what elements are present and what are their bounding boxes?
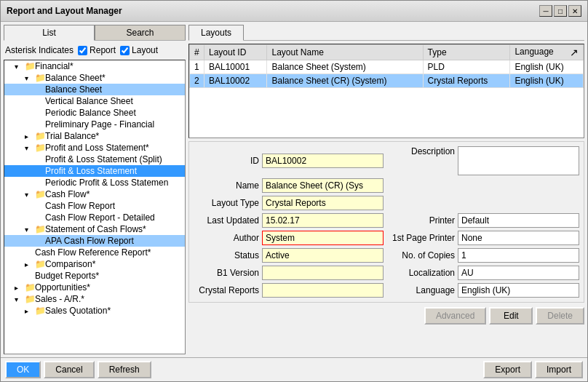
tree-item-sales-quotation[interactable]: ▸ 📁 Sales Quotation* (4, 305, 185, 317)
tree-label: Balance Sheet* (45, 73, 106, 83)
window-title: Report and Layout Manager (7, 6, 122, 16)
close-button[interactable]: ✕ (568, 5, 581, 17)
layout-table-area[interactable]: # Layout ID Layout Name Type Language ↗ … (188, 44, 584, 138)
refresh-button[interactable]: Refresh (98, 361, 151, 378)
cell-id: BAL10001 (204, 60, 267, 74)
form-row-id: ID (194, 146, 384, 175)
form-row-layout-type: Layout Type (194, 196, 384, 210)
tree-item-balance-sheet[interactable]: Balance Sheet (4, 84, 185, 95)
cell-name: Balance Sheet (System) (267, 60, 423, 74)
tree-item-comparison[interactable]: ▸ 📁 Comparison* (4, 258, 185, 270)
tree-item-profit-loss[interactable]: Profit & Loss Statement (4, 165, 185, 177)
tree-item-profit-loss-grp[interactable]: ▾ 📁 Profit and Loss Statement* (4, 142, 185, 154)
asterisk-row: Asterisk Indicates Report Layout (4, 43, 186, 57)
desc-input[interactable] (458, 146, 579, 175)
tree-item-trial-balance[interactable]: ▸ 📁 Trial Balance* (4, 130, 185, 142)
form-row-first-page: 1st Page Printer (389, 231, 579, 245)
table-row-selected[interactable]: 2 BAL10002 Balance Sheet (CR) (System) C… (190, 74, 584, 88)
cancel-button[interactable]: Cancel (44, 361, 94, 378)
form-row-status: Status (194, 248, 384, 263)
minimize-button[interactable]: ─ (539, 5, 552, 17)
copies-input[interactable] (458, 248, 579, 263)
folder-icon: 📁 (25, 282, 35, 293)
tree-item-financial[interactable]: ▾ 📁 Financial* (4, 60, 185, 72)
language-input[interactable] (458, 283, 579, 298)
tree-item-sales-ar[interactable]: ▾ 📁 Sales - A/R.* (4, 293, 185, 305)
tree-item-cash-flow-report[interactable]: Cash Flow Report (4, 200, 185, 212)
advanced-button[interactable]: Advanced (424, 307, 486, 325)
ok-button[interactable]: OK (5, 361, 41, 378)
expand-icon: ▸ (25, 260, 35, 268)
expand-icon: ▾ (15, 295, 25, 303)
tree-item-opportunities[interactable]: ▸ 📁 Opportunities* (4, 282, 185, 293)
new-layout-icon[interactable]: ↗ (570, 47, 579, 58)
tree-item-periodic-balance[interactable]: Periodic Balance Sheet (4, 107, 185, 119)
first-page-input[interactable] (458, 231, 579, 245)
status-input[interactable] (262, 248, 384, 263)
tree-item-preliminary[interactable]: Preliminary Page - Financial (4, 119, 185, 130)
form-row-name: Name (194, 178, 384, 193)
tree-item-cash-flow-grp[interactable]: ▾ 📁 Cash Flow* (4, 188, 185, 200)
tree-label: Balance Sheet (45, 84, 102, 95)
tree-item-profit-loss-split[interactable]: Profit & Loss Statement (Split) (4, 154, 185, 165)
tree-item-budget-reports[interactable]: Budget Reports* (4, 270, 185, 282)
tree-item-periodic-profit[interactable]: Periodic Profit & Loss Statemen (4, 177, 185, 188)
localization-input[interactable] (458, 266, 579, 280)
col-language: Language ↗ (510, 45, 584, 60)
crystal-input[interactable] (262, 283, 384, 298)
import-button[interactable]: Import (535, 361, 583, 378)
report-checkbox-label[interactable]: Report (78, 45, 116, 55)
last-updated-label: Last Updated (194, 215, 259, 226)
printer-input[interactable] (458, 213, 579, 228)
author-label: Author (194, 233, 259, 243)
tree-item-cash-flow-detailed[interactable]: Cash Flow Report - Detailed (4, 212, 185, 223)
layout-checkbox-label[interactable]: Layout (120, 45, 158, 55)
tab-layouts[interactable]: Layouts (188, 25, 244, 41)
tree-label: Sales - A/R.* (35, 294, 84, 304)
name-input[interactable] (262, 178, 384, 193)
col-layout-id: Layout ID (204, 45, 267, 60)
tree-item-statement-cash-flows[interactable]: ▾ 📁 Statement of Cash Flows* (4, 223, 185, 235)
tab-list[interactable]: List (4, 25, 95, 41)
form-row-localization: Localization (389, 266, 579, 280)
tree-item-cash-flow-ref[interactable]: Cash Flow Reference Report* (4, 247, 185, 258)
tree-item-vertical-balance[interactable]: Vertical Balance Sheet (4, 95, 185, 107)
layout-checkbox[interactable] (120, 46, 130, 55)
tree-label: Cash Flow Report - Detailed (45, 212, 155, 223)
last-updated-input[interactable] (262, 213, 384, 228)
report-label: Report (90, 45, 116, 55)
expand-icon: ▸ (25, 132, 35, 140)
delete-button[interactable]: Delete (536, 307, 584, 325)
tree-item-apa-cash-flow[interactable]: APA Cash Flow Report (4, 235, 185, 247)
edit-button[interactable]: Edit (489, 307, 533, 325)
expand-icon: ▾ (15, 63, 25, 71)
tree-label: Cash Flow Report (45, 201, 115, 211)
tree-panel[interactable]: ▾ 📁 Financial* ▾ 📁 Balance Sheet* Balanc… (4, 60, 186, 354)
action-buttons: Advanced Edit Delete (188, 306, 584, 326)
tab-search[interactable]: Search (95, 25, 186, 40)
col-type: Type (423, 45, 510, 60)
id-input[interactable] (262, 154, 384, 168)
tree-label: Vertical Balance Sheet (45, 96, 133, 106)
form-row-last-updated: Last Updated (194, 213, 384, 228)
first-page-label: 1st Page Printer (389, 233, 455, 243)
copies-label: No. of Copies (389, 250, 455, 260)
layout-type-input[interactable] (262, 196, 384, 210)
folder-icon: 📁 (35, 73, 45, 83)
form-row-author: Author (194, 231, 384, 245)
cell-num: 1 (190, 60, 204, 74)
form-row-crystal: Crystal Reports (194, 283, 384, 298)
tree-item-balance-sheet-grp[interactable]: ▾ 📁 Balance Sheet* (4, 72, 185, 84)
b1-version-input[interactable] (262, 266, 384, 280)
cell-name: Balance Sheet (CR) (System) (267, 74, 423, 88)
tree-label: Financial* (35, 61, 74, 71)
tree-label: Budget Reports* (35, 271, 99, 281)
author-input[interactable] (262, 231, 384, 245)
table-row[interactable]: 1 BAL10001 Balance Sheet (System) PLD En… (190, 60, 584, 74)
maximize-button[interactable]: □ (554, 5, 567, 17)
report-checkbox[interactable] (78, 46, 87, 55)
tree-label: Profit & Loss Statement (Split) (45, 154, 162, 164)
expand-icon: ▾ (25, 191, 35, 199)
export-button[interactable]: Export (483, 361, 532, 378)
b1-version-label: B1 Version (194, 268, 259, 278)
